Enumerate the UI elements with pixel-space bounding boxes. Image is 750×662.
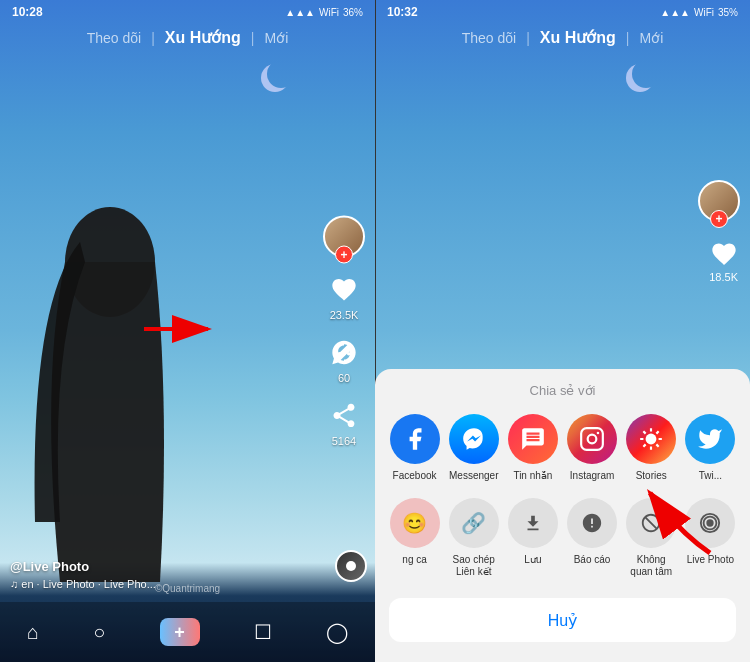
social-item-instagram[interactable]: Instagram — [566, 414, 618, 482]
heart-right[interactable]: 18.5K — [709, 240, 738, 283]
action-sao-chep[interactable]: 🔗 Sao chépLiên kết — [448, 498, 500, 578]
svg-rect-6 — [581, 428, 603, 450]
instagram-label: Instagram — [570, 470, 614, 482]
sao-chep-label: Sao chépLiên kết — [453, 554, 495, 578]
stories-icon[interactable] — [626, 414, 676, 464]
action-bao-cao[interactable]: Báo cáo — [566, 498, 618, 566]
shares-count: 5164 — [332, 435, 356, 447]
status-icons-right: ▲▲▲ WiFi 35% — [660, 7, 738, 18]
tin-nhan-icon[interactable] — [508, 414, 558, 464]
status-bar-right: 10:32 ▲▲▲ WiFi 35% — [375, 0, 750, 24]
follow-plus-right[interactable]: + — [710, 210, 728, 228]
svg-point-7 — [588, 435, 597, 444]
time-right: 10:32 — [387, 5, 418, 19]
likes-count-right: 18.5K — [709, 271, 738, 283]
likes-count: 23.5K — [330, 309, 359, 321]
top-nav-left: Theo dõi | Xu Hướng | Mới — [0, 28, 375, 47]
action-ng-ca[interactable]: 😊 ng ca — [389, 498, 441, 566]
messenger-icon[interactable] — [449, 414, 499, 464]
moon-decoration — [267, 60, 295, 88]
social-item-tin-nhan[interactable]: Tin nhắn — [507, 414, 559, 482]
nav-trend-right[interactable]: Xu Hướng — [540, 28, 616, 47]
svg-point-2 — [342, 352, 346, 356]
luu-label: Lưu — [524, 554, 541, 566]
moon-right — [632, 60, 660, 88]
facebook-label: Facebook — [393, 470, 437, 482]
watermark: ©Quantrimang — [0, 583, 375, 594]
profile-icon[interactable]: ◯ — [326, 620, 348, 644]
social-item-messenger[interactable]: Messenger — [448, 414, 500, 482]
avatar-item[interactable]: + — [323, 216, 365, 258]
username: @Live Photo — [10, 559, 156, 574]
facebook-icon[interactable] — [390, 414, 440, 464]
action-luu[interactable]: Lưu — [507, 498, 559, 566]
heart-icon[interactable] — [328, 274, 360, 306]
status-bar-left: 10:28 ▲▲▲ WiFi 36% — [0, 0, 375, 24]
sao-chep-icon[interactable]: 🔗 — [449, 498, 499, 548]
comment-icon[interactable] — [328, 337, 360, 369]
tin-nhan-label: Tin nhắn — [513, 470, 552, 482]
music-disc — [335, 550, 367, 582]
bottom-bar-left: ⌂ ○ + ☐ ◯ — [0, 602, 375, 662]
svg-point-9 — [646, 434, 657, 445]
social-item-twitter[interactable]: Twi... — [684, 414, 736, 482]
twitter-icon[interactable] — [685, 414, 735, 464]
svg-point-3 — [347, 352, 351, 356]
nav-new-left[interactable]: Mới — [264, 30, 288, 46]
right-action-icons: + 23.5K 60 — [323, 216, 365, 447]
time-left: 10:28 — [12, 5, 43, 19]
svg-point-1 — [338, 352, 342, 356]
share-icon[interactable] — [328, 400, 360, 432]
social-item-facebook[interactable]: Facebook — [389, 414, 441, 482]
inbox-icon[interactable]: ☐ — [254, 620, 272, 644]
create-button[interactable]: + — [160, 618, 200, 646]
instagram-icon[interactable] — [567, 414, 617, 464]
share-item[interactable]: 5164 — [328, 400, 360, 447]
home-icon[interactable]: ⌂ — [27, 621, 39, 644]
nav-follow-left[interactable]: Theo dõi — [87, 30, 141, 46]
nav-new-right[interactable]: Mới — [639, 30, 663, 46]
ng-ca-icon[interactable]: 😊 — [390, 498, 440, 548]
ng-ca-label: ng ca — [402, 554, 426, 566]
cancel-button[interactable]: Huỷ — [389, 598, 736, 642]
nav-trend-left[interactable]: Xu Hướng — [165, 28, 241, 47]
right-phone-panel: 10:32 ▲▲▲ WiFi 35% Theo dõi | Xu Hướng |… — [375, 0, 750, 662]
avatar-right-panel[interactable]: + — [698, 180, 740, 222]
svg-point-8 — [597, 432, 600, 435]
avatar-container[interactable]: + — [323, 216, 365, 258]
top-nav-right: Theo dõi | Xu Hướng | Mới — [375, 28, 750, 47]
red-arrow-right — [630, 473, 720, 567]
disc-inner — [346, 561, 356, 571]
search-icon[interactable]: ○ — [93, 621, 105, 644]
person-silhouette — [20, 202, 200, 602]
left-phone-panel: 10:28 ▲▲▲ WiFi 36% Theo dõi | Xu Hướng |… — [0, 0, 375, 662]
status-icons-left: ▲▲▲ WiFi 36% — [285, 7, 363, 18]
luu-icon[interactable] — [508, 498, 558, 548]
comment-item[interactable]: 60 — [328, 337, 360, 384]
bao-cao-icon[interactable] — [567, 498, 617, 548]
like-item[interactable]: 23.5K — [328, 274, 360, 321]
follow-plus-button[interactable]: + — [335, 246, 353, 264]
red-arrow-left — [140, 309, 220, 353]
share-title: Chia sẻ với — [375, 369, 750, 406]
bao-cao-label: Báo cáo — [574, 554, 611, 566]
messenger-label: Messenger — [449, 470, 498, 482]
nav-follow-right[interactable]: Theo dõi — [462, 30, 516, 46]
avatar-container-right[interactable]: + — [698, 180, 740, 222]
comments-count: 60 — [338, 372, 350, 384]
social-item-stories[interactable]: Stories — [625, 414, 677, 482]
